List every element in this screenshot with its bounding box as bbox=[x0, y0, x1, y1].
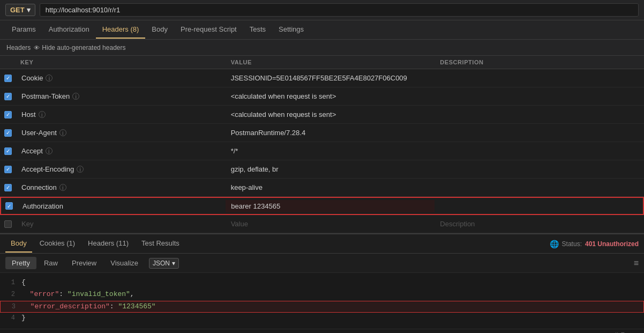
method-chevron-icon: ▾ bbox=[27, 6, 31, 14]
method-label: GET bbox=[10, 6, 25, 14]
line-num-3: 3 bbox=[1, 302, 22, 310]
row-checkbox[interactable] bbox=[0, 127, 16, 139]
row-key: Host i bbox=[16, 108, 226, 121]
row-value: */* bbox=[226, 145, 435, 157]
body-tab-raw[interactable]: Raw bbox=[38, 257, 64, 269]
tab-headers[interactable]: Headers (8) bbox=[96, 21, 146, 39]
info-icon[interactable]: i bbox=[72, 93, 79, 100]
new-row-checkbox[interactable] bbox=[0, 218, 16, 230]
tab-tests[interactable]: Tests bbox=[243, 21, 272, 39]
row-key: Cookie i bbox=[16, 72, 226, 84]
row-value-authorization: bearer 1234565 bbox=[226, 200, 434, 212]
info-icon[interactable]: i bbox=[46, 147, 53, 154]
col-check bbox=[0, 59, 16, 65]
code-line-2: 2 "error": "invalid_token", bbox=[0, 289, 644, 301]
format-select[interactable]: JSON ▾ bbox=[149, 258, 179, 269]
row-value: gzip, deflate, br bbox=[226, 163, 435, 175]
footer: CSDN @-代号9527 bbox=[0, 329, 644, 333]
line-num-4: 4 bbox=[0, 314, 21, 322]
headers-bar-label: Headers bbox=[6, 44, 31, 51]
row-value: <calculated when request is sent> bbox=[226, 108, 435, 121]
status-value: 401 Unauthorized bbox=[585, 240, 639, 248]
line-num-1: 1 bbox=[0, 278, 21, 286]
info-icon[interactable]: i bbox=[46, 75, 53, 82]
resp-tab-headers[interactable]: Headers (11) bbox=[83, 235, 134, 253]
row-desc bbox=[435, 94, 644, 99]
info-icon[interactable]: i bbox=[59, 129, 66, 136]
row-checkbox[interactable] bbox=[0, 164, 16, 175]
info-icon[interactable]: i bbox=[77, 166, 84, 173]
resp-tab-body[interactable]: Body bbox=[5, 235, 32, 253]
request-tabs: Params Authorization Headers (8) Body Pr… bbox=[0, 20, 644, 40]
format-chevron-icon: ▾ bbox=[172, 260, 175, 267]
url-bar: GET ▾ bbox=[0, 0, 644, 20]
row-checkbox[interactable] bbox=[0, 145, 16, 157]
code-line-1: 1 { bbox=[0, 277, 644, 289]
table-row: Accept-Encoding i gzip, deflate, br bbox=[0, 160, 644, 179]
info-icon[interactable]: i bbox=[39, 111, 46, 118]
body-tab-pretty[interactable]: Pretty bbox=[5, 257, 36, 269]
row-value: JSESSIONID=5E0148567FF5BE2E5FA4E8027F06C… bbox=[226, 72, 435, 84]
response-section: Body Cookies (1) Headers (11) Test Resul… bbox=[0, 233, 644, 329]
row-desc bbox=[435, 167, 644, 172]
body-tab-preview[interactable]: Preview bbox=[65, 257, 103, 269]
row-checkbox[interactable] bbox=[0, 72, 16, 84]
row-checkbox[interactable] bbox=[0, 91, 16, 102]
row-key-authorization: Authorization bbox=[17, 200, 226, 212]
body-tab-visualize[interactable]: Visualize bbox=[104, 257, 145, 269]
row-value: keep-alive bbox=[226, 181, 435, 194]
wrap-icon[interactable]: ≡ bbox=[634, 258, 639, 268]
line-content-1: { bbox=[21, 278, 644, 286]
hide-auto-label: Hide auto-generated headers bbox=[42, 44, 125, 51]
new-row-value[interactable]: Value bbox=[226, 218, 435, 230]
table-row: User-Agent i PostmanRuntime/7.28.4 bbox=[0, 124, 644, 142]
code-line-4: 4 } bbox=[0, 313, 644, 324]
row-desc bbox=[435, 76, 644, 80]
tab-settings[interactable]: Settings bbox=[272, 21, 310, 39]
row-desc bbox=[435, 113, 644, 117]
code-line-3: 3 "error_description": "1234565" bbox=[0, 301, 644, 313]
col-value-header: VALUE bbox=[226, 59, 435, 65]
globe-icon: 🌐 bbox=[550, 240, 559, 248]
tab-authorization[interactable]: Authorization bbox=[42, 21, 96, 39]
row-key: Postman-Token i bbox=[16, 90, 226, 102]
row-desc bbox=[435, 131, 644, 135]
row-checkbox[interactable] bbox=[0, 182, 16, 194]
table-row: Accept i */* bbox=[0, 142, 644, 160]
row-value: PostmanRuntime/7.28.4 bbox=[226, 127, 435, 139]
row-checkbox[interactable] bbox=[0, 109, 16, 121]
col-desc-header: DESCRIPTION bbox=[435, 59, 644, 65]
table-new-row: Key Value Description bbox=[0, 215, 644, 233]
hide-auto-headers-link[interactable]: 👁 Hide auto-generated headers bbox=[34, 44, 125, 51]
row-checkbox[interactable] bbox=[1, 200, 17, 212]
tab-body[interactable]: Body bbox=[145, 21, 174, 39]
method-selector[interactable]: GET ▾ bbox=[5, 4, 35, 16]
table-row: Postman-Token i <calculated when request… bbox=[0, 87, 644, 106]
line-content-2: "error": "invalid_token", bbox=[21, 290, 644, 298]
col-key-header: KEY bbox=[16, 59, 226, 65]
tab-pre-request[interactable]: Pre-request Script bbox=[174, 21, 243, 39]
row-key: User-Agent i bbox=[16, 127, 226, 139]
new-row-desc[interactable]: Description bbox=[435, 218, 644, 230]
row-desc bbox=[435, 149, 644, 153]
row-key: Accept-Encoding i bbox=[16, 163, 226, 175]
url-input[interactable] bbox=[40, 3, 639, 17]
row-desc-authorization bbox=[435, 204, 643, 208]
table-row: Connection i keep-alive bbox=[0, 179, 644, 197]
line-content-3: "error_description": "1234565" bbox=[22, 302, 643, 310]
format-label: JSON bbox=[153, 260, 170, 267]
tab-params[interactable]: Params bbox=[5, 21, 42, 39]
new-row-key[interactable]: Key bbox=[16, 218, 226, 230]
response-tabs: Body Cookies (1) Headers (11) Test Resul… bbox=[0, 234, 644, 254]
info-icon[interactable]: i bbox=[59, 184, 66, 191]
headers-sub-bar: Headers 👁 Hide auto-generated headers bbox=[0, 40, 644, 56]
line-num-2: 2 bbox=[0, 290, 21, 298]
status-area: 🌐 Status: 401 Unauthorized bbox=[550, 240, 639, 248]
body-view-tabs: Pretty Raw Preview Visualize JSON ▾ ≡ bbox=[0, 254, 644, 273]
status-label: Status: bbox=[562, 240, 582, 248]
resp-tab-test-results[interactable]: Test Results bbox=[136, 235, 185, 253]
row-key: Connection i bbox=[16, 181, 226, 194]
resp-tab-cookies[interactable]: Cookies (1) bbox=[34, 235, 80, 253]
row-desc bbox=[435, 186, 644, 190]
headers-table: KEY VALUE DESCRIPTION Cookie i JSESSIONI… bbox=[0, 56, 644, 233]
